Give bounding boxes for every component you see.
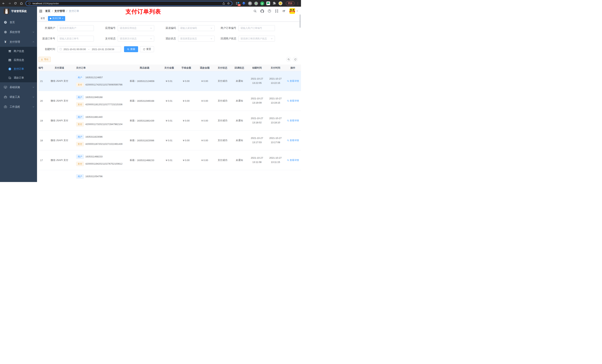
- cell-title: 标题：1635311881439: [128, 119, 161, 122]
- filter-refund-status: 退款状态 请选择退款状态: [158, 36, 218, 42]
- update-label: 更新: [288, 2, 292, 5]
- back-icon[interactable]: [2, 2, 5, 5]
- show-search-icon[interactable]: [286, 57, 291, 62]
- app-logo-row[interactable]: 芋道管理系统: [0, 7, 37, 16]
- ext-command-icon[interactable]: ⌘: [248, 1, 252, 5]
- document-copy-icon: [8, 76, 11, 79]
- cell-channel: 微信 JSAPI 支付: [45, 99, 74, 103]
- screen: localhost:1024/pay/order 10 ⌘: [0, 0, 301, 182]
- bookmark-star-icon[interactable]: [227, 2, 230, 5]
- url-bar[interactable]: localhost:1024/pay/order: [26, 1, 232, 6]
- command-glyph: ⌘: [248, 1, 252, 5]
- export-button[interactable]: 导出: [39, 57, 51, 62]
- sidebar-item-label: 工作流程: [10, 105, 32, 109]
- paid-date: 2021-10-27: [269, 136, 282, 140]
- merchant-order-no: 1635312124657: [85, 76, 103, 79]
- tab-label: 首页: [41, 17, 45, 20]
- sidebar-item-workflow[interactable]: 工作流程: [0, 102, 37, 112]
- export-button-label: 导出: [44, 58, 49, 61]
- channel-code-select[interactable]: 请输入渠道编码: [178, 25, 215, 31]
- tab-home[interactable]: 首页: [39, 16, 47, 21]
- ext-yuque-icon[interactable]: y: [260, 1, 264, 5]
- tab-pay-order[interactable]: 支付订单 ×: [48, 16, 65, 21]
- merchant-order-no-input[interactable]: 请输入商户订单编号: [238, 25, 275, 31]
- cell-order: 商户 1635311949168 支付 42000011812021102777…: [74, 95, 128, 107]
- sidebar-fold-icon[interactable]: [39, 9, 43, 13]
- cell-refund: ¥ 0.00: [195, 100, 214, 102]
- tab-close-icon[interactable]: ×: [62, 17, 63, 20]
- table-toolbar: 导出: [37, 57, 301, 62]
- cell-title: 标题：1635312124656: [128, 79, 161, 83]
- pay-status-select[interactable]: 请选择支付状态: [118, 36, 154, 42]
- chevron-down-icon: [32, 31, 34, 33]
- view-detail-link[interactable]: 查看详情: [287, 119, 299, 122]
- view-detail-link[interactable]: 查看详情: [287, 159, 299, 162]
- profile-avatar-icon[interactable]: [279, 1, 282, 5]
- cell-id: 20: [38, 100, 45, 102]
- sidebar-item-dev-tools[interactable]: 研发工具: [0, 92, 37, 102]
- sidebar-item-pay-order[interactable]: ¥ 支付订单: [0, 64, 37, 73]
- sidebar-item-app-info[interactable]: 应用信息: [0, 56, 37, 64]
- channel-order-no-input[interactable]: 请输入渠道订单号: [57, 36, 94, 42]
- cell-refund: ¥ 0.00: [195, 119, 214, 122]
- filter-merchant-order-no: 商户订单编号 请输入商户订单编号: [218, 25, 279, 31]
- filter-row-2: 渠道订单号 请输入渠道订单号 支付状态 请选择支付状态 退款状态: [37, 36, 301, 42]
- app-select[interactable]: 请选择应用信息: [118, 25, 154, 31]
- cell-notify: 未通知: [231, 119, 248, 122]
- gear-icon: [4, 31, 7, 34]
- browser-menu-icon[interactable]: ⋮: [296, 2, 299, 5]
- main-panel: 首页 / 支付管理 / 支付订单 支付订单列表: [37, 7, 301, 182]
- breadcrumb-home[interactable]: 首页: [45, 10, 50, 13]
- fullscreen-icon[interactable]: [275, 9, 279, 13]
- refresh-icon[interactable]: [293, 57, 298, 62]
- view-detail-link[interactable]: 查看详情: [287, 99, 299, 103]
- home-icon[interactable]: [20, 2, 23, 5]
- view-detail-link[interactable]: 查看详情: [287, 80, 299, 83]
- sidebar-item-home[interactable]: 首页: [0, 17, 37, 27]
- chevron-down-icon: [32, 106, 34, 108]
- placeholder-text: 请选择应用信息: [120, 26, 137, 30]
- help-icon[interactable]: [268, 9, 271, 13]
- chrome-update-button[interactable]: 更新: [286, 1, 294, 5]
- sidebar-item-system[interactable]: 系统管理: [0, 27, 37, 37]
- table-header-row: 编号 支付渠道 支付订单 商品标题 支付金额 手续金额 退款金额 支付状态 回调…: [38, 64, 301, 71]
- sidebar-item-infra[interactable]: 基础设施: [0, 82, 37, 92]
- pay-tag: 支付: [76, 142, 84, 146]
- font-size-icon[interactable]: tT: [282, 9, 286, 13]
- ext-blocks-icon[interactable]: 10: [236, 1, 240, 5]
- ext-record-icon[interactable]: [254, 1, 258, 5]
- scrollbar-thumb[interactable]: [300, 14, 301, 28]
- search-icon[interactable]: [253, 9, 257, 13]
- search-button[interactable]: 搜索: [124, 46, 138, 52]
- view-detail-link[interactable]: 查看详情: [287, 139, 299, 142]
- merchant-tag: 商户: [76, 135, 84, 139]
- ext-badge: 10: [238, 4, 241, 6]
- briefcase-icon: [4, 105, 7, 108]
- ext-puzzle-icon[interactable]: [272, 1, 276, 5]
- cell-refund: ¥ 0.00: [195, 159, 214, 162]
- sidebar-item-payment[interactable]: ¥ 支付管理: [0, 37, 37, 47]
- user-avatar[interactable]: [289, 8, 295, 14]
- date-range-input[interactable]: 2021-10-01 00:00:00 - 2021-10-31 23:59:5…: [57, 46, 121, 52]
- avatar-caret-icon[interactable]: ▾: [297, 10, 298, 12]
- merchant-input[interactable]: 请选择所属商户: [57, 25, 94, 31]
- github-icon[interactable]: [260, 9, 264, 13]
- ext-chat-icon[interactable]: [266, 1, 270, 5]
- paid-time: 13:18:10: [271, 121, 280, 125]
- reload-icon[interactable]: [14, 2, 17, 5]
- cell-action: 查看详情: [285, 99, 301, 103]
- cell-action: 查看详情: [285, 159, 301, 162]
- site-info-icon[interactable]: [28, 2, 31, 5]
- notify-status-select[interactable]: 请选择订单回调商户状态: [238, 36, 275, 42]
- share-icon[interactable]: [222, 2, 225, 5]
- forward-icon[interactable]: [8, 2, 11, 5]
- ext-kite-icon[interactable]: [242, 1, 246, 5]
- merchant-tag: 商户: [76, 174, 84, 179]
- breadcrumb-payment[interactable]: 支付管理: [54, 10, 65, 13]
- merchant-order-no: 1635311823086: [85, 135, 103, 138]
- sidebar-item-merchant-info[interactable]: 商户信息: [0, 47, 37, 56]
- reset-button[interactable]: 重置: [140, 46, 154, 52]
- sidebar-item-refund-order[interactable]: 退款订单: [0, 73, 37, 82]
- pay-tag: 支付: [76, 83, 84, 87]
- refund-status-select[interactable]: 请选择退款状态: [178, 36, 215, 42]
